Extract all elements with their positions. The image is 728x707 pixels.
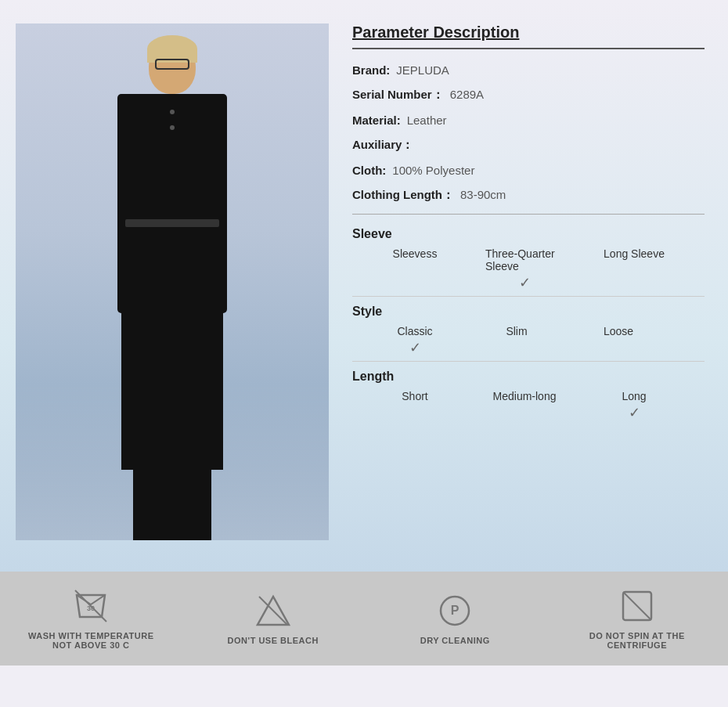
param-title: Parameter Description	[352, 23, 705, 49]
svg-line-3	[259, 597, 287, 625]
length-title: Length	[352, 370, 705, 384]
clothing-length-label: Clothing Length：	[352, 188, 454, 203]
material-label: Material:	[352, 114, 401, 127]
style-option-slim: Slim ✓	[485, 325, 548, 356]
param-row-cloth: Cloth: 100% Polyester	[352, 164, 705, 177]
cloth-value: 100% Polyester	[392, 164, 474, 177]
dry-icon: P	[436, 592, 474, 629]
wash-label: WASH WITH TEMPERATURE NOT ABOVE 30 C	[28, 631, 154, 650]
sleeve-option-long: Long Sleeve ✓	[603, 247, 665, 279]
length-option-long: Long ✓	[603, 390, 665, 421]
sleeve-option-threequarter: Three-Quarter Sleeve ✓	[485, 247, 564, 291]
glasses	[155, 59, 189, 70]
style-option-loose: Loose ✓	[587, 325, 650, 356]
legs	[133, 470, 211, 540]
param-row-brand: Brand: JEPLUDA	[352, 63, 705, 77]
style-label-slim: Slim	[506, 325, 527, 337]
head	[149, 39, 196, 94]
divider-3	[352, 361, 705, 362]
brand-value: JEPLUDA	[396, 63, 449, 77]
model-figure	[63, 23, 282, 540]
length-option-medium: Medium-long ✓	[485, 390, 564, 421]
length-label-short: Short	[402, 390, 427, 402]
length-options-row: Short ✓ Medium-long ✓ Long ✓	[352, 390, 705, 421]
product-image-container	[16, 23, 329, 540]
sleeve-label-threequarter: Three-Quarter Sleeve	[485, 247, 564, 272]
wash-icon: 30	[72, 587, 110, 625]
style-section: Style Classic ✓ Slim ✓ Loose ✓	[352, 305, 705, 356]
bleach-label: DON'T USE BLEACH	[228, 636, 319, 645]
care-section: 30 WASH WITH TEMPERATURE NOT ABOVE 30 C …	[0, 572, 728, 666]
length-label-long: Long	[622, 390, 646, 402]
style-title: Style	[352, 305, 705, 319]
main-content: Parameter Description Brand: JEPLUDA Ser…	[0, 0, 728, 572]
param-row-auxiliary: Auxiliary：	[352, 138, 705, 153]
skirt	[121, 313, 223, 470]
sleeve-label-sleevess: Sleevess	[393, 247, 438, 260]
sleeve-option-sleevess: Sleevess ✓	[384, 247, 446, 279]
param-row-serial: Serial Number： 6289A	[352, 88, 705, 103]
length-label-medium: Medium-long	[493, 390, 557, 402]
length-option-short: Short ✓	[384, 390, 446, 421]
param-row-length-val: Clothing Length： 83-90cm	[352, 188, 705, 203]
brand-label: Brand:	[352, 63, 390, 77]
param-row-material: Material: Leather	[352, 114, 705, 127]
bleach-icon	[254, 592, 292, 629]
length-check-long: ✓	[629, 404, 640, 421]
style-check-classic: ✓	[409, 339, 421, 356]
serial-label: Serial Number：	[352, 88, 444, 103]
material-value: Leather	[407, 114, 447, 127]
divider-2	[352, 296, 705, 297]
spin-label: DO NOT SPIN AT THE CENTRIFUGE	[589, 631, 685, 650]
sleeve-section: Sleeve Sleevess ✓ Three-Quarter Sleeve ✓…	[352, 227, 705, 291]
dry-label: DRY CLEANING	[420, 636, 490, 645]
sleeve-options-row: Sleevess ✓ Three-Quarter Sleeve ✓ Long S…	[352, 247, 705, 291]
torso	[117, 94, 227, 313]
style-label-loose: Loose	[604, 325, 633, 337]
sleeve-check-threequarter: ✓	[519, 274, 531, 291]
length-section: Length Short ✓ Medium-long ✓ Long ✓	[352, 370, 705, 421]
care-item-wash: 30 WASH WITH TEMPERATURE NOT ABOVE 30 C	[13, 587, 169, 650]
sleeve-title: Sleeve	[352, 227, 705, 241]
clothing-length-value: 83-90cm	[460, 188, 506, 201]
param-panel: Parameter Description Brand: JEPLUDA Ser…	[344, 23, 712, 556]
style-label-classic: Classic	[397, 325, 432, 337]
cloth-label: Cloth:	[352, 164, 386, 177]
care-item-bleach: DON'T USE BLEACH	[195, 592, 351, 645]
auxiliary-label: Auxiliary：	[352, 138, 413, 153]
sleeve-label-long: Long Sleeve	[604, 247, 665, 260]
style-option-classic: Classic ✓	[384, 325, 446, 356]
style-options-row: Classic ✓ Slim ✓ Loose ✓	[352, 325, 705, 356]
svg-line-7	[623, 592, 651, 620]
spin-icon	[618, 587, 656, 625]
care-item-dry: P DRY CLEANING	[377, 592, 533, 645]
svg-text:P: P	[451, 604, 460, 617]
care-item-spin: DO NOT SPIN AT THE CENTRIFUGE	[559, 587, 715, 650]
serial-value: 6289A	[450, 88, 484, 101]
divider-1	[352, 214, 705, 215]
